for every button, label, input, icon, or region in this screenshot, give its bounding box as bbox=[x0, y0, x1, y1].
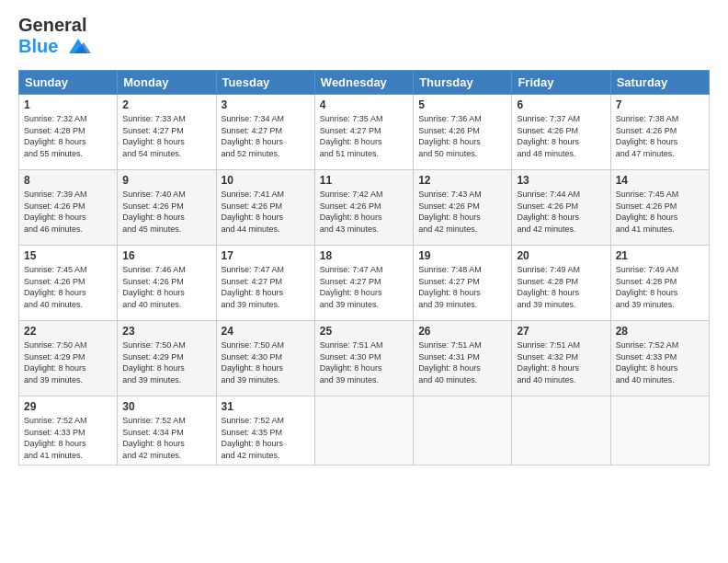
table-row bbox=[610, 396, 709, 465]
day-info: Sunrise: 7:37 AMSunset: 4:26 PMDaylight:… bbox=[517, 113, 605, 159]
day-number: 1 bbox=[24, 98, 112, 111]
day-info: Sunrise: 7:36 AMSunset: 4:26 PMDaylight:… bbox=[418, 113, 506, 159]
day-info: Sunrise: 7:50 AMSunset: 4:30 PMDaylight:… bbox=[222, 339, 310, 385]
table-row: 7Sunrise: 7:38 AMSunset: 4:26 PMDaylight… bbox=[610, 95, 709, 170]
day-number: 6 bbox=[517, 98, 605, 111]
table-row: 11Sunrise: 7:42 AMSunset: 4:26 PMDayligh… bbox=[314, 170, 413, 246]
logo-text: General bbox=[18, 15, 91, 35]
day-info: Sunrise: 7:51 AMSunset: 4:31 PMDaylight:… bbox=[418, 339, 506, 385]
col-friday: Friday bbox=[512, 71, 610, 95]
day-info: Sunrise: 7:34 AMSunset: 4:27 PMDaylight:… bbox=[222, 113, 310, 159]
table-row: 14Sunrise: 7:45 AMSunset: 4:26 PMDayligh… bbox=[610, 170, 709, 246]
col-saturday: Saturday bbox=[610, 71, 709, 95]
day-info: Sunrise: 7:38 AMSunset: 4:26 PMDaylight:… bbox=[616, 113, 704, 159]
calendar-week-1: 1Sunrise: 7:32 AMSunset: 4:28 PMDaylight… bbox=[19, 95, 710, 170]
day-number: 17 bbox=[222, 249, 310, 262]
table-row: 21Sunrise: 7:49 AMSunset: 4:28 PMDayligh… bbox=[610, 246, 709, 321]
logo-blue: Blue bbox=[18, 36, 58, 56]
day-info: Sunrise: 7:49 AMSunset: 4:28 PMDaylight:… bbox=[616, 264, 704, 310]
day-number: 12 bbox=[418, 174, 506, 187]
day-info: Sunrise: 7:51 AMSunset: 4:30 PMDaylight:… bbox=[320, 339, 408, 385]
table-row: 31Sunrise: 7:52 AMSunset: 4:35 PMDayligh… bbox=[216, 396, 314, 465]
calendar-week-3: 15Sunrise: 7:45 AMSunset: 4:26 PMDayligh… bbox=[19, 246, 710, 321]
day-info: Sunrise: 7:44 AMSunset: 4:26 PMDaylight:… bbox=[517, 189, 605, 235]
table-row: 13Sunrise: 7:44 AMSunset: 4:26 PMDayligh… bbox=[512, 170, 610, 246]
day-number: 31 bbox=[222, 400, 310, 413]
table-row: 29Sunrise: 7:52 AMSunset: 4:33 PMDayligh… bbox=[19, 396, 118, 465]
calendar-week-5: 29Sunrise: 7:52 AMSunset: 4:33 PMDayligh… bbox=[19, 396, 710, 465]
day-info: Sunrise: 7:43 AMSunset: 4:26 PMDaylight:… bbox=[418, 189, 506, 235]
table-row: 5Sunrise: 7:36 AMSunset: 4:26 PMDaylight… bbox=[414, 95, 512, 170]
table-row: 1Sunrise: 7:32 AMSunset: 4:28 PMDaylight… bbox=[19, 95, 118, 170]
day-number: 23 bbox=[122, 325, 210, 338]
day-info: Sunrise: 7:42 AMSunset: 4:26 PMDaylight:… bbox=[320, 189, 408, 235]
day-info: Sunrise: 7:50 AMSunset: 4:29 PMDaylight:… bbox=[24, 339, 112, 385]
calendar-header-row: Sunday Monday Tuesday Wednesday Thursday… bbox=[19, 71, 710, 95]
table-row: 28Sunrise: 7:52 AMSunset: 4:33 PMDayligh… bbox=[610, 321, 709, 396]
table-row bbox=[314, 396, 413, 465]
calendar-week-2: 8Sunrise: 7:39 AMSunset: 4:26 PMDaylight… bbox=[19, 170, 710, 246]
day-number: 15 bbox=[24, 249, 112, 262]
day-number: 27 bbox=[517, 325, 605, 338]
table-row bbox=[512, 396, 610, 465]
table-row: 30Sunrise: 7:52 AMSunset: 4:34 PMDayligh… bbox=[118, 396, 216, 465]
col-sunday: Sunday bbox=[19, 71, 118, 95]
day-number: 20 bbox=[517, 249, 605, 262]
day-info: Sunrise: 7:33 AMSunset: 4:27 PMDaylight:… bbox=[122, 113, 210, 159]
day-number: 13 bbox=[517, 174, 605, 187]
day-number: 8 bbox=[24, 174, 112, 187]
table-row: 15Sunrise: 7:45 AMSunset: 4:26 PMDayligh… bbox=[19, 246, 118, 321]
day-info: Sunrise: 7:48 AMSunset: 4:27 PMDaylight:… bbox=[418, 264, 506, 310]
day-number: 16 bbox=[122, 249, 210, 262]
table-row: 2Sunrise: 7:33 AMSunset: 4:27 PMDaylight… bbox=[118, 95, 216, 170]
table-row: 18Sunrise: 7:47 AMSunset: 4:27 PMDayligh… bbox=[314, 246, 413, 321]
table-row: 9Sunrise: 7:40 AMSunset: 4:26 PMDaylight… bbox=[118, 170, 216, 246]
page: General Blue Sunday Monday Tuesday bbox=[0, 0, 728, 563]
day-info: Sunrise: 7:40 AMSunset: 4:26 PMDaylight:… bbox=[122, 189, 210, 235]
day-number: 18 bbox=[320, 249, 408, 262]
table-row: 4Sunrise: 7:35 AMSunset: 4:27 PMDaylight… bbox=[314, 95, 413, 170]
day-number: 19 bbox=[418, 249, 506, 262]
table-row: 12Sunrise: 7:43 AMSunset: 4:26 PMDayligh… bbox=[414, 170, 512, 246]
table-row: 17Sunrise: 7:47 AMSunset: 4:27 PMDayligh… bbox=[216, 246, 314, 321]
table-row: 8Sunrise: 7:39 AMSunset: 4:26 PMDaylight… bbox=[19, 170, 118, 246]
day-number: 10 bbox=[222, 174, 310, 187]
table-row bbox=[414, 396, 512, 465]
day-info: Sunrise: 7:49 AMSunset: 4:28 PMDaylight:… bbox=[517, 264, 605, 310]
day-number: 22 bbox=[24, 325, 112, 338]
table-row: 10Sunrise: 7:41 AMSunset: 4:26 PMDayligh… bbox=[216, 170, 314, 246]
day-number: 4 bbox=[320, 98, 408, 111]
day-number: 30 bbox=[122, 400, 210, 413]
day-info: Sunrise: 7:52 AMSunset: 4:35 PMDaylight:… bbox=[222, 415, 310, 461]
day-info: Sunrise: 7:52 AMSunset: 4:34 PMDaylight:… bbox=[122, 415, 210, 461]
col-wednesday: Wednesday bbox=[314, 71, 413, 95]
logo-blue-text: Blue bbox=[18, 35, 91, 61]
table-row: 27Sunrise: 7:51 AMSunset: 4:32 PMDayligh… bbox=[512, 321, 610, 396]
day-info: Sunrise: 7:50 AMSunset: 4:29 PMDaylight:… bbox=[122, 339, 210, 385]
day-info: Sunrise: 7:32 AMSunset: 4:28 PMDaylight:… bbox=[24, 113, 112, 159]
day-info: Sunrise: 7:52 AMSunset: 4:33 PMDaylight:… bbox=[24, 415, 112, 461]
table-row: 6Sunrise: 7:37 AMSunset: 4:26 PMDaylight… bbox=[512, 95, 610, 170]
logo-icon bbox=[65, 35, 91, 61]
table-row: 20Sunrise: 7:49 AMSunset: 4:28 PMDayligh… bbox=[512, 246, 610, 321]
day-info: Sunrise: 7:51 AMSunset: 4:32 PMDaylight:… bbox=[517, 339, 605, 385]
day-info: Sunrise: 7:47 AMSunset: 4:27 PMDaylight:… bbox=[320, 264, 408, 310]
table-row: 26Sunrise: 7:51 AMSunset: 4:31 PMDayligh… bbox=[414, 321, 512, 396]
day-info: Sunrise: 7:39 AMSunset: 4:26 PMDaylight:… bbox=[24, 189, 112, 235]
calendar-table: Sunday Monday Tuesday Wednesday Thursday… bbox=[18, 70, 710, 465]
table-row: 16Sunrise: 7:46 AMSunset: 4:26 PMDayligh… bbox=[118, 246, 216, 321]
day-number: 29 bbox=[24, 400, 112, 413]
day-number: 2 bbox=[122, 98, 210, 111]
table-row: 23Sunrise: 7:50 AMSunset: 4:29 PMDayligh… bbox=[118, 321, 216, 396]
day-number: 3 bbox=[222, 98, 310, 111]
col-tuesday: Tuesday bbox=[216, 71, 314, 95]
logo: General Blue bbox=[18, 15, 91, 61]
day-number: 7 bbox=[616, 98, 704, 111]
table-row: 3Sunrise: 7:34 AMSunset: 4:27 PMDaylight… bbox=[216, 95, 314, 170]
day-number: 28 bbox=[616, 325, 704, 338]
table-row: 24Sunrise: 7:50 AMSunset: 4:30 PMDayligh… bbox=[216, 321, 314, 396]
day-number: 26 bbox=[418, 325, 506, 338]
day-info: Sunrise: 7:35 AMSunset: 4:27 PMDaylight:… bbox=[320, 113, 408, 159]
table-row: 19Sunrise: 7:48 AMSunset: 4:27 PMDayligh… bbox=[414, 246, 512, 321]
day-info: Sunrise: 7:41 AMSunset: 4:26 PMDaylight:… bbox=[222, 189, 310, 235]
